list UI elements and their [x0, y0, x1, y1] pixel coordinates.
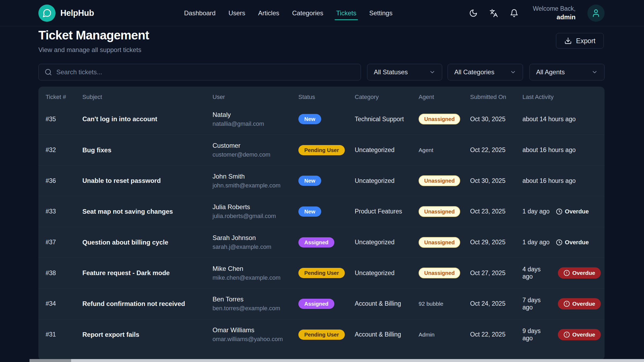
status-badge: Pending User: [298, 145, 345, 155]
welcome-line: Welcome Back,: [533, 5, 576, 13]
overdue-indicator: Overdue: [556, 208, 589, 215]
table-row[interactable]: #31 Report export fails Omar Williams om…: [38, 319, 605, 350]
ticket-last-activity-cell: 7 days ago Overdue: [522, 297, 605, 311]
category-filter-value: All Categories: [454, 68, 494, 76]
brand[interactable]: HelpHub: [38, 5, 94, 22]
moon-icon[interactable]: [469, 9, 478, 17]
ticket-category: Uncategorized: [355, 177, 419, 184]
ticket-agent-cell: Unassigned: [419, 175, 470, 186]
user-name: Sarah Johnson: [213, 234, 295, 242]
alert-circle-icon: [564, 270, 570, 276]
overdue-indicator: Overdue: [558, 329, 601, 340]
table-row[interactable]: #34 Refund confirmation not received Ben…: [38, 288, 605, 319]
ticket-subject: Feature request - Dark mode: [82, 269, 213, 277]
user-email: customer@demo.com: [213, 151, 295, 158]
ticket-last-activity-cell: about 14 hours ago: [522, 116, 605, 123]
ticket-subject: Bug fixes: [82, 146, 213, 154]
user-avatar[interactable]: [587, 5, 605, 22]
agent-value: Admin: [419, 331, 435, 338]
clock-icon: [556, 239, 562, 246]
top-navigation-bar: HelpHub Dashboard Users Articles Categor…: [0, 0, 644, 26]
tickets-table-card: Ticket # Subject User Status Category Ag…: [38, 87, 605, 360]
agent-filter-select[interactable]: All Agents: [529, 64, 605, 80]
ticket-number: #38: [46, 269, 82, 277]
ticket-agent-cell: Agent: [419, 146, 470, 154]
username: admin: [533, 13, 576, 21]
ticket-user-cell: Sarah Johnson sarah.j@example.com: [213, 234, 298, 250]
col-header-user: User: [213, 94, 298, 101]
topbar-actions: Welcome Back, admin: [469, 0, 605, 26]
ticket-user-cell: Ben Torres ben.torres@example.com: [213, 295, 298, 312]
ticket-submitted-date: Oct 29, 2025: [470, 239, 522, 246]
ticket-category: Account & Billing: [355, 331, 419, 338]
user-email: sarah.j@example.com: [213, 243, 295, 250]
overdue-indicator: Overdue: [558, 267, 601, 279]
col-header-subject: Subject: [82, 94, 213, 101]
ticket-submitted-date: Oct 22, 2025: [470, 146, 522, 154]
bell-icon[interactable]: [510, 9, 518, 17]
status-filter-select[interactable]: All Statuses: [367, 64, 442, 80]
nav-item-users[interactable]: Users: [228, 0, 245, 26]
ticket-status-cell: New: [298, 176, 355, 186]
ticket-category: Uncategorized: [355, 146, 419, 154]
ticket-user-cell: Customer customer@demo.com: [213, 142, 298, 158]
status-badge: Assigned: [298, 237, 334, 248]
ticket-last-activity-cell: about 16 hours ago: [522, 146, 605, 154]
welcome-text: Welcome Back, admin: [533, 5, 576, 21]
brand-name: HelpHub: [60, 8, 94, 18]
chevron-down-icon: [429, 69, 436, 75]
main-nav: Dashboard Users Articles Categories Tick…: [184, 0, 393, 26]
nav-item-dashboard[interactable]: Dashboard: [184, 0, 215, 26]
col-header-agent: Agent: [419, 94, 470, 101]
search-input[interactable]: [56, 68, 355, 76]
ticket-last-activity-cell: 4 days ago Overdue: [522, 266, 605, 280]
agent-value: 92 bubble: [419, 301, 443, 307]
export-button[interactable]: Export: [556, 33, 604, 49]
col-header-ticket: Ticket #: [46, 94, 82, 101]
activity-text: 4 days ago: [522, 266, 551, 280]
nav-item-settings[interactable]: Settings: [369, 0, 393, 26]
nav-item-articles[interactable]: Articles: [258, 0, 279, 26]
table-row[interactable]: #36 Unable to reset password John Smith …: [38, 165, 605, 196]
agent-value: Unassigned: [419, 268, 460, 278]
ticket-status-cell: New: [298, 114, 355, 124]
category-filter-select[interactable]: All Categories: [448, 64, 523, 80]
export-label: Export: [576, 37, 595, 45]
scrollbar-thumb[interactable]: [30, 359, 71, 362]
ticket-status-cell: Assigned: [298, 299, 355, 309]
user-email: mike.chen@example.com: [213, 274, 295, 281]
ticket-user-cell: Nataly natallia@gmail.com: [213, 111, 298, 127]
nav-item-categories[interactable]: Categories: [292, 0, 323, 26]
agent-value: Unassigned: [419, 206, 460, 217]
ticket-submitted-date: Oct 30, 2025: [470, 177, 522, 184]
status-badge: New: [298, 114, 321, 124]
ticket-last-activity-cell: 9 days ago Overdue: [522, 327, 605, 342]
agent-value: Agent: [419, 147, 433, 153]
table-row[interactable]: #37 Question about billing cycle Sarah J…: [38, 227, 605, 258]
ticket-user-cell: Omar Williams omar.williams@yahoo.com: [213, 326, 298, 343]
table-row[interactable]: #35 Can't log in into account Nataly nat…: [38, 104, 605, 135]
ticket-agent-cell: 92 bubble: [419, 300, 470, 307]
activity-text: about 16 hours ago: [522, 146, 576, 154]
overdue-indicator: Overdue: [556, 239, 589, 246]
table-row[interactable]: #33 Seat map not saving changes Julia Ro…: [38, 196, 605, 227]
ticket-number: #32: [46, 146, 82, 154]
agent-filter-value: All Agents: [536, 68, 565, 76]
alert-circle-icon: [564, 331, 570, 338]
overdue-label: Overdue: [572, 270, 595, 276]
status-filter-value: All Statuses: [374, 68, 408, 76]
ticket-category: Uncategorized: [355, 239, 419, 246]
horizontal-scrollbar[interactable]: [30, 359, 644, 362]
activity-text: about 16 hours ago: [522, 177, 576, 184]
table-row[interactable]: #32 Bug fixes Customer customer@demo.com…: [38, 135, 605, 165]
user-name: Julia Roberts: [213, 203, 295, 211]
nav-item-tickets[interactable]: Tickets: [336, 0, 356, 26]
ticket-last-activity-cell: about 16 hours ago: [522, 177, 605, 184]
chevron-down-icon: [510, 69, 516, 75]
user-email: omar.williams@yahoo.com: [213, 336, 295, 343]
table-row[interactable]: #38 Feature request - Dark mode Mike Che…: [38, 257, 605, 288]
status-badge: Assigned: [298, 299, 334, 309]
languages-icon[interactable]: [489, 9, 498, 17]
ticket-number: #37: [46, 239, 82, 246]
ticket-number: #34: [46, 300, 82, 307]
